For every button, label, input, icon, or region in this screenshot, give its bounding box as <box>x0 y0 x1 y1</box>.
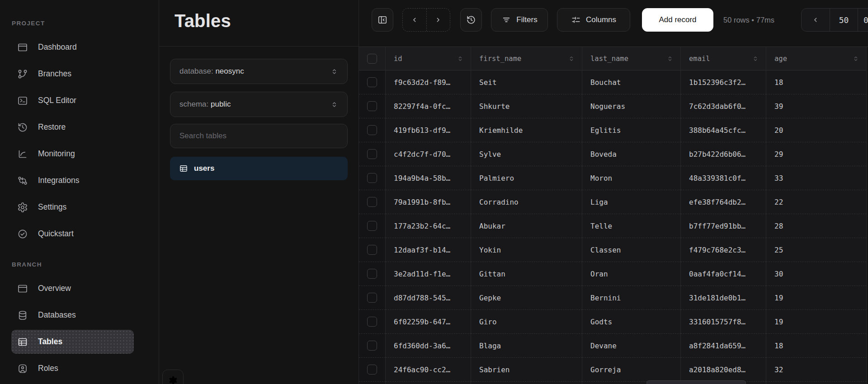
cell-first_name[interactable]: Blaga <box>471 334 582 358</box>
cell-last_name[interactable]: Liga <box>582 190 681 214</box>
column-header-last_name[interactable]: last_name <box>582 47 681 70</box>
cell-email[interactable]: a8f2841da659… <box>681 334 766 358</box>
cell-first_name[interactable]: Shkurte <box>471 94 582 118</box>
column-header-email[interactable]: email <box>681 47 766 70</box>
cell-last_name[interactable]: Moron <box>582 166 681 190</box>
page-offset-value[interactable]: 0 <box>858 9 868 31</box>
cell-age[interactable]: 19 <box>766 286 867 310</box>
row-checkbox[interactable] <box>367 197 377 207</box>
cell-email[interactable]: 388b64a45cfc… <box>681 118 766 142</box>
cell-last_name[interactable]: Eglitis <box>582 118 681 142</box>
history-button[interactable] <box>460 8 482 32</box>
cell-id[interactable]: 6f02259b-647… <box>386 310 471 334</box>
cell-age[interactable]: 18 <box>766 70 867 94</box>
row-checkbox[interactable] <box>367 125 377 135</box>
cell-age[interactable]: 30 <box>766 262 867 286</box>
table-settings-button[interactable] <box>162 370 184 384</box>
row-checkbox[interactable] <box>367 149 377 159</box>
row-checkbox[interactable] <box>367 245 377 255</box>
cell-age[interactable]: 33 <box>766 166 867 190</box>
cell-age[interactable]: 39 <box>766 94 867 118</box>
sidebar-item-restore[interactable]: Restore <box>11 115 134 139</box>
cell-last_name[interactable]: Gorreja <box>582 358 681 382</box>
horizontal-scrollbar-thumb[interactable] <box>646 380 746 384</box>
cell-email[interactable]: 48a339381c0f… <box>681 166 766 190</box>
database-select[interactable]: database: neosync <box>170 59 348 84</box>
row-checkbox[interactable] <box>367 54 377 64</box>
cell-id[interactable]: 24f6ac90-cc2… <box>386 358 471 382</box>
previous-page-button[interactable] <box>403 9 426 31</box>
search-tables-input[interactable] <box>179 131 338 140</box>
cell-id[interactable]: 82297f4a-0fc… <box>386 94 471 118</box>
cell-first_name[interactable]: Gepke <box>471 286 582 310</box>
cell-last_name[interactable]: Classen <box>582 238 681 262</box>
cell-first_name[interactable]: Sylve <box>471 142 582 166</box>
cell-id[interactable]: d87dd788-545… <box>386 286 471 310</box>
cell-first_name[interactable]: Yokin <box>471 238 582 262</box>
row-checkbox[interactable] <box>367 101 377 111</box>
column-header-first_name[interactable]: first_name <box>471 47 582 70</box>
columns-button[interactable]: Columns <box>557 8 630 32</box>
cell-last_name[interactable]: Boveda <box>582 142 681 166</box>
cell-id[interactable]: 6fd360dd-3a6… <box>386 334 471 358</box>
cell-first_name[interactable]: Abukar <box>471 214 582 238</box>
sidebar-item-sql-editor[interactable]: SQL Editor <box>11 89 134 112</box>
cell-id[interactable]: 194a9b4a-58b… <box>386 166 471 190</box>
cell-first_name[interactable]: Giro <box>471 310 582 334</box>
filters-button[interactable]: Filters <box>491 8 548 32</box>
row-checkbox[interactable] <box>367 269 377 279</box>
pagination-prev-button[interactable] <box>802 9 830 31</box>
cell-email[interactable]: 0aaf4fa0cf14… <box>681 262 766 286</box>
row-checkbox[interactable] <box>367 317 377 327</box>
collapse-panel-button[interactable] <box>372 8 393 32</box>
cell-age[interactable]: 20 <box>766 118 867 142</box>
cell-last_name[interactable]: Godts <box>582 310 681 334</box>
cell-id[interactable]: 3e2ad11d-f1e… <box>386 262 471 286</box>
sidebar-item-settings[interactable]: Settings <box>11 195 134 219</box>
cell-last_name[interactable]: Devane <box>582 334 681 358</box>
cell-age[interactable]: 32 <box>766 358 867 382</box>
cell-email[interactable]: b27b422d6b06… <box>681 142 766 166</box>
row-checkbox[interactable] <box>367 293 377 303</box>
sidebar-item-quickstart[interactable]: Quickstart <box>11 222 134 246</box>
row-checkbox[interactable] <box>367 365 377 375</box>
cell-age[interactable]: 29 <box>766 142 867 166</box>
sidebar-item-dashboard[interactable]: Dashboard <box>11 35 134 59</box>
next-page-button[interactable] <box>426 9 450 31</box>
cell-age[interactable]: 28 <box>766 214 867 238</box>
cell-first_name[interactable]: Seit <box>471 70 582 94</box>
row-checkbox[interactable] <box>367 341 377 351</box>
cell-id[interactable]: f9c63d2d-f89… <box>386 70 471 94</box>
cell-email[interactable]: 7c62d3dab6f0… <box>681 94 766 118</box>
cell-last_name[interactable]: Bernini <box>582 286 681 310</box>
cell-email[interactable]: f479c768e2c3… <box>681 238 766 262</box>
cell-email[interactable]: a2018a820ed8… <box>681 358 766 382</box>
cell-first_name[interactable]: Kriemhilde <box>471 118 582 142</box>
cell-last_name[interactable]: Nogueras <box>582 94 681 118</box>
cell-id[interactable]: 12daaf3f-b14… <box>386 238 471 262</box>
cell-id[interactable]: 419fb613-df9… <box>386 118 471 142</box>
sidebar-item-databases[interactable]: Databases <box>11 303 134 327</box>
cell-first_name[interactable]: Gittan <box>471 262 582 286</box>
row-checkbox[interactable] <box>367 77 377 87</box>
add-record-button[interactable]: Add record <box>642 8 713 32</box>
sidebar-item-roles[interactable]: Roles <box>11 356 134 380</box>
cell-last_name[interactable]: Telle <box>582 214 681 238</box>
cell-id[interactable]: c4f2dc7f-d70… <box>386 142 471 166</box>
cell-first_name[interactable]: Palmiero <box>471 166 582 190</box>
cell-id[interactable]: 177a23b2-64c… <box>386 214 471 238</box>
sidebar-item-branches[interactable]: Branches <box>11 62 134 86</box>
cell-age[interactable]: 22 <box>766 190 867 214</box>
cell-id[interactable]: 79a1991b-8fb… <box>386 190 471 214</box>
sidebar-item-monitoring[interactable]: Monitoring <box>11 142 134 166</box>
cell-age[interactable]: 19 <box>766 310 867 334</box>
cell-age[interactable]: 18 <box>766 334 867 358</box>
cell-email[interactable]: b7ff77ed91bb… <box>681 214 766 238</box>
column-header-age[interactable]: age <box>766 47 867 70</box>
sidebar-item-overview[interactable]: Overview <box>11 276 134 300</box>
row-checkbox[interactable] <box>367 173 377 183</box>
cell-email[interactable]: 3316015757f8… <box>681 310 766 334</box>
cell-last_name[interactable]: Oran <box>582 262 681 286</box>
sidebar-item-integrations[interactable]: Integrations <box>11 169 134 192</box>
row-checkbox[interactable] <box>367 221 377 231</box>
